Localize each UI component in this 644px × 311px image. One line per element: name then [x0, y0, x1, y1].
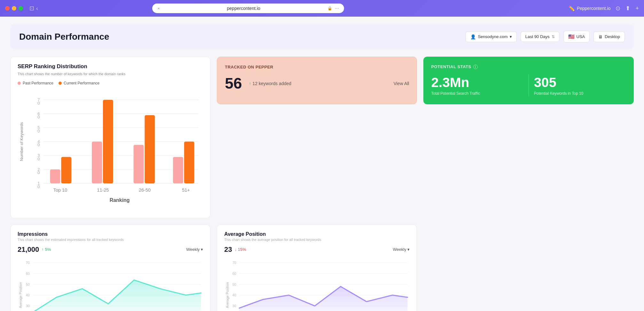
header-controls: 👤 Sensodyne.com ▾ Last 90 Days ⇅ 🇺🇸 USA …: [466, 31, 625, 43]
svg-text:Average Position: Average Position: [225, 282, 229, 308]
svg-text:0: 0: [37, 170, 40, 175]
domain-selector-icon: 👤: [470, 34, 476, 39]
potential-label: POTENTIAL STATS i: [431, 64, 626, 69]
avg-position-value: 23 ↓ 15%: [224, 245, 246, 254]
view-all-button[interactable]: View All: [394, 81, 409, 86]
bar-1125-current: [103, 100, 113, 183]
bar-1125-past: [92, 142, 102, 184]
serp-desc: This chart shows the number of keywords …: [18, 72, 203, 76]
back-button[interactable]: ‹: [36, 5, 38, 12]
browser-navigation: ⊡ ‹: [29, 5, 38, 12]
svg-text:70: 70: [26, 261, 30, 265]
domain-selector-label: Sensodyne.com: [478, 34, 507, 39]
keywords-added-text: 12 keywords added: [253, 81, 291, 86]
desktop-icon: 🖥: [598, 34, 603, 39]
more-options-icon[interactable]: ···: [335, 5, 339, 11]
svg-text:26-50: 26-50: [139, 188, 151, 193]
svg-text:30: 30: [232, 304, 236, 308]
arrow-up-icon: ↑: [249, 81, 251, 86]
flag-icon: 🇺🇸: [568, 34, 575, 40]
avg-position-value-row: 23 ↓ 15% Weekly ▾: [224, 245, 410, 254]
svg-text:Number of Keywords: Number of Keywords: [19, 122, 24, 161]
fullscreen-traffic-light[interactable]: [19, 6, 23, 11]
svg-text:0: 0: [37, 129, 40, 133]
info-icon: i: [473, 65, 478, 69]
avg-position-line-chart: 70 60 50 40 30 10 Average Position: [224, 256, 410, 311]
country-selector-button[interactable]: 🇺🇸 USA: [563, 31, 590, 43]
svg-text:0: 0: [37, 101, 40, 106]
bar-top10-past: [50, 170, 60, 184]
lock-icon: 🔒: [327, 6, 332, 11]
address-bar[interactable]: ✕ peppercontent.io 🔒 ···: [152, 4, 344, 13]
svg-text:Ranking: Ranking: [110, 198, 130, 203]
current-performance-label: Current Performance: [64, 81, 99, 85]
svg-text:Average Position: Average Position: [19, 282, 22, 308]
tracked-label: TRACKED ON PEPPER: [225, 65, 409, 69]
tracked-number: 56: [225, 75, 242, 92]
svg-text:0: 0: [37, 142, 40, 147]
svg-text:0: 0: [37, 115, 40, 119]
page-header: Domain Performance 👤 Sensodyne.com ▾ Las…: [10, 24, 634, 49]
avg-position-header: Average Position This chart shows the av…: [224, 231, 410, 244]
date-range-button[interactable]: Last 90 Days ⇅: [521, 31, 560, 42]
domain-selector-button[interactable]: 👤 Sensodyne.com ▾: [466, 31, 516, 42]
traffic-label: Total Potential Search Traffic: [431, 91, 523, 96]
impressions-desc: This chart shows the estimated impressio…: [18, 238, 124, 242]
impressions-line-chart: 70 60 50 40 30 20 Average Position: [18, 256, 203, 311]
svg-text:40: 40: [26, 293, 30, 297]
current-performance-dot: [59, 82, 62, 85]
bar-2650-past: [134, 145, 144, 183]
avg-position-frequency-button[interactable]: Weekly ▾: [393, 247, 410, 252]
avg-position-card: Average Position This chart shows the av…: [217, 225, 417, 311]
serp-legend: Past Performance Current Performance: [18, 81, 203, 85]
svg-text:30: 30: [26, 304, 30, 308]
close-traffic-light[interactable]: [5, 6, 10, 11]
browser-right-controls: ✏️ Peppercontent.io ⊙ ⬆ +: [569, 5, 639, 12]
dashboard-grid-top: TRACKED ON PEPPER 56 ↑ 12 keywords added…: [10, 57, 634, 218]
keywords-stat-block: 305 Potential Keywords in Top 10: [529, 75, 626, 96]
bar-51plus-current: [184, 142, 194, 184]
bar-2650-current: [145, 115, 155, 183]
tab-title: Peppercontent.io: [577, 6, 611, 11]
tracked-added: ↑ 12 keywords added: [249, 81, 291, 86]
svg-text:51+: 51+: [182, 188, 190, 193]
sidebar-toggle-button[interactable]: ⊡: [29, 5, 34, 12]
browser-action-icons: ⊙ ⬆ +: [616, 5, 639, 12]
share-button[interactable]: ⬆: [625, 5, 630, 12]
svg-text:70: 70: [232, 261, 236, 265]
svg-text:50: 50: [232, 282, 236, 286]
impressions-header: Impressions This chart shows the estimat…: [18, 231, 203, 244]
bar-top10-current: [61, 157, 71, 184]
svg-text:60: 60: [232, 272, 236, 275]
potential-stats-card: POTENTIAL STATS i 2.3Mn Total Potential …: [423, 57, 634, 104]
dashboard-grid-bottom: Impressions This chart shows the estimat…: [10, 225, 634, 311]
bar-51plus-past: [173, 157, 183, 184]
chevron-down-icon: ▾: [510, 34, 512, 39]
serp-ranking-card: SERP Ranking Distribution This chart sho…: [10, 57, 210, 218]
avg-position-title: Average Position: [224, 231, 321, 237]
date-range-label: Last 90 Days: [525, 34, 550, 39]
download-button[interactable]: ⊙: [616, 5, 620, 12]
country-label: USA: [577, 34, 585, 39]
new-tab-button[interactable]: +: [635, 5, 639, 12]
svg-text:0: 0: [37, 156, 40, 161]
past-performance-legend: Past Performance: [18, 81, 53, 85]
impressions-value-row: 21,000 ↑ 5% Weekly ▾: [18, 245, 203, 254]
pencil-icon: ✏️: [569, 5, 575, 12]
past-performance-dot: [18, 82, 21, 85]
impressions-title: Impressions: [18, 231, 124, 237]
page-title: Domain Performance: [19, 32, 109, 42]
svg-text:0: 0: [37, 184, 40, 189]
svg-text:60: 60: [26, 272, 30, 275]
minimize-traffic-light[interactable]: [12, 6, 16, 11]
device-selector-button[interactable]: 🖥 Desktop: [593, 31, 625, 42]
svg-text:11-25: 11-25: [97, 188, 109, 193]
impressions-value: 21,000 ↑ 5%: [18, 245, 51, 254]
impressions-frequency-button[interactable]: Weekly ▾: [186, 247, 203, 252]
device-label: Desktop: [605, 34, 620, 39]
browser-chrome: ⊡ ‹ ✕ peppercontent.io 🔒 ··· ✏️ Pepperco…: [0, 0, 644, 17]
avg-position-pct: ↓ 15%: [235, 247, 246, 252]
tracked-on-pepper-card: TRACKED ON PEPPER 56 ↑ 12 keywords added…: [217, 57, 417, 104]
svg-text:Top 10: Top 10: [53, 188, 67, 193]
avg-position-desc: This chart shows the average position fo…: [224, 238, 321, 242]
